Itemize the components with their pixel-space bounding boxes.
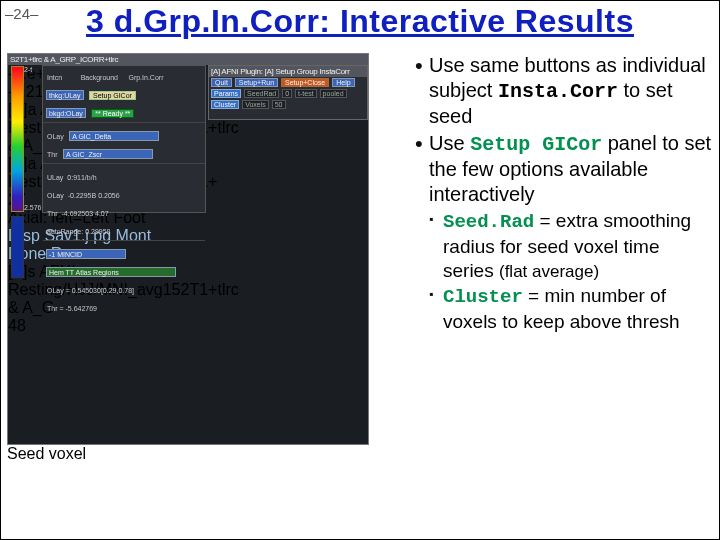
mincid-button[interactable]: -1 MINCID <box>46 249 126 259</box>
setup-gicor-panel: [A] AFNI Plugin: [A] Setup Group InstaCo… <box>208 65 368 120</box>
bullet-text: Use same buttons as individual subject I… <box>407 53 713 534</box>
bullet-1: Use same buttons as individual subject I… <box>415 53 713 129</box>
bullet-2a: Seed.Rad = extra smoothing radius for se… <box>415 209 713 282</box>
grpincorr-label: Grp.In.Corr <box>128 74 163 81</box>
threshold-slider[interactable] <box>11 216 24 278</box>
plugin-help-button[interactable]: Help <box>332 78 354 87</box>
spectrum-mid-label: 2.576 <box>24 204 42 211</box>
background-label: Background <box>81 74 118 81</box>
callout-seed <box>7 463 377 540</box>
plugin-titlebar: [A] AFNI Plugin: [A] Setup Group InstaCo… <box>209 66 367 77</box>
plugin-quit-button[interactable]: Quit <box>211 78 232 87</box>
autorange-l: autoRange: <box>47 228 83 235</box>
plugin-seedrad-value[interactable]: 0 <box>282 89 292 98</box>
olay-dataset-button[interactable]: A GIC_Delta <box>69 131 159 141</box>
afni-window: S2T1+tlrc & A_GRP_ICORR+tlrc 2-t 2.576 -… <box>7 53 369 445</box>
plugin-params-tag: Params <box>211 89 241 98</box>
ulay-button[interactable]: thkg:ULay <box>46 90 84 100</box>
plugin-setclose-button[interactable]: Setup+Close <box>281 78 329 87</box>
thr-dataset-button[interactable]: A GIC_Zscr <box>63 149 153 159</box>
afni-controls-panel: Intcn Background Grp.In.Corr thkg:ULay S… <box>42 65 206 213</box>
stat-thr: Thr = -5.642769 <box>47 305 97 312</box>
bullet-2b: Cluster = min number of voxels to keep a… <box>415 284 713 334</box>
olay-range-v2: 0.2056 <box>98 192 119 199</box>
olay-range-l: OLay <box>47 192 64 199</box>
page-number: –24– <box>5 5 38 22</box>
screenshot-composite: S2T1+tlrc & A_GRP_ICORR+tlrc 2-t 2.576 -… <box>7 53 407 534</box>
plugin-voxels-value[interactable]: 50 <box>272 100 286 109</box>
thr-range-l: Thr <box>47 210 58 217</box>
intcn-label: Intcn <box>47 74 62 81</box>
plugin-voxels-label: Voxels <box>242 100 269 109</box>
page-title: 3 d.Grp.In.Corr: Interactive Results <box>1 3 719 40</box>
ulay-range-l: ULay <box>47 174 63 181</box>
thr-range-v1: -4.692503 <box>62 210 94 217</box>
stat-olay: OLay = 0.545030[0.29,0.78] <box>47 287 134 294</box>
plugin-setrun-button[interactable]: Setup+Run <box>235 78 278 87</box>
plugin-ttest-label: t-test <box>295 89 317 98</box>
thr-lbl: Thr <box>47 151 58 158</box>
ulay-range-v: 0:911/b/h <box>67 174 96 181</box>
setup-gicor-button[interactable]: Setup GICor <box>89 91 136 100</box>
bullet-2: Use Setup GICor panel to set the few opt… <box>415 131 713 207</box>
ready-status: ** Ready ** <box>91 109 134 118</box>
atlas-button[interactable]: Hem TT Atlas Regions <box>46 267 176 277</box>
sagittal-slider[interactable]: 48 <box>8 317 168 335</box>
olay-lbl: OLay <box>47 133 64 140</box>
olay-button[interactable]: bkgd:OLay <box>46 108 86 118</box>
seed-voxel-caption: Seed voxel <box>7 445 407 463</box>
color-spectrum <box>11 66 24 212</box>
plugin-seedrad-label: SeedRad <box>244 89 279 98</box>
afni-titlebar: S2T1+tlrc & A_GRP_ICORR+tlrc <box>8 54 368 65</box>
thr-range-v2: 4.07 <box>95 210 109 217</box>
olay-range-v1: -0.2295B <box>68 192 96 199</box>
spectrum-top-label: 2-t <box>24 66 32 73</box>
plugin-cluster-tag: Cluster <box>211 100 239 109</box>
plugin-ttest-mode[interactable]: pooled <box>320 89 347 98</box>
autorange-v: 0.29958 <box>85 228 110 235</box>
